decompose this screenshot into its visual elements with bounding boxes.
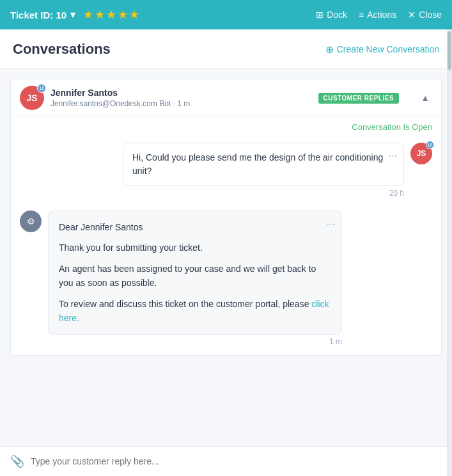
conversation-status: Conversation Is Open [352, 122, 432, 132]
attachment-icon[interactable]: 📎 [10, 454, 24, 468]
chevron-down-icon[interactable]: ▾ [70, 9, 75, 20]
thread-info: Jennifer Santos Jennifer.santos@Onedesk.… [51, 88, 312, 108]
close-icon: ✕ [408, 10, 416, 20]
bot-avatar: ⚙ [20, 210, 42, 232]
scrollbar[interactable] [447, 29, 452, 476]
customer-replies-badge: CUSTOMER REPLIES [318, 93, 400, 104]
star-3[interactable]: ★ [106, 8, 116, 22]
conversation-thread: JS U Jennifer Santos Jennifer.santos@One… [10, 79, 442, 356]
conversations-title: Conversations [13, 41, 111, 58]
create-new-label: Create New Conversation [337, 44, 439, 54]
close-button[interactable]: ✕ Close [408, 10, 442, 20]
reply-bar: 📎 [0, 446, 452, 476]
dock-icon: ⊞ [316, 10, 323, 20]
plus-icon: ⊕ [325, 44, 334, 56]
bot-message-wrapper: ⚙ ··· Dear Jennifer Santos Thank you for… [20, 210, 432, 346]
customer-message-text: Hi, Could you please send me the design … [132, 152, 383, 176]
user-badge: U [37, 84, 46, 93]
dock-label: Dock [327, 10, 347, 20]
main-panel: Conversations ⊕ Create New Conversation … [0, 29, 452, 476]
sender-email: Jennifer.santos@Onedesk.com Bot · 1 m [51, 99, 312, 108]
ticket-id-label: Ticket ID: 10 [10, 10, 66, 20]
bot-line3: To review and discuss this ticket on the… [59, 297, 331, 326]
avatar-initials: JS [26, 93, 37, 103]
create-new-conversation-button[interactable]: ⊕ Create New Conversation [325, 44, 439, 56]
dock-button[interactable]: ⊞ Dock [316, 10, 347, 20]
conversations-area: JS U Jennifer Santos Jennifer.santos@One… [0, 68, 452, 446]
ticket-id[interactable]: Ticket ID: 10 ▾ [10, 9, 75, 20]
bot-greeting: Dear Jennifer Santos [59, 220, 331, 234]
customer-message-bubble: ··· Hi, Could you please send me the des… [123, 143, 404, 186]
scrollbar-thumb[interactable] [448, 31, 451, 70]
customer-avatar-badge: U [426, 141, 434, 149]
menu-icon: ≡ [359, 10, 364, 20]
message-options-button[interactable]: ··· [389, 148, 397, 164]
star-rating[interactable]: ★ ★ ★ ★ ★ [83, 8, 139, 22]
star-2[interactable]: ★ [95, 8, 105, 22]
bot-line2: An agent has been assigned to your case … [59, 262, 331, 290]
thread-header: JS U Jennifer Santos Jennifer.santos@One… [11, 79, 441, 117]
header: Ticket ID: 10 ▾ ★ ★ ★ ★ ★ ⊞ Dock ≡ Actio… [0, 0, 452, 29]
header-actions: ⊞ Dock ≡ Actions ✕ Close [316, 10, 442, 20]
actions-button[interactable]: ≡ Actions [359, 10, 396, 20]
collapse-button[interactable]: ▲ [418, 90, 432, 106]
bot-line1: Thank you for submitting your ticket. [59, 241, 331, 255]
bot-icon: ⚙ [27, 216, 35, 226]
customer-avatar-initials: JS [417, 149, 426, 158]
bot-message-bubble: ··· Dear Jennifer Santos Thank you for s… [48, 210, 342, 335]
customer-message-time: 20 h [123, 189, 404, 198]
conversations-header: Conversations ⊕ Create New Conversation [0, 29, 452, 68]
bot-message-time: 1 m [48, 337, 342, 346]
reply-input[interactable] [31, 456, 442, 466]
customer-avatar: JS U [410, 143, 432, 164]
customer-message-wrapper: JS U ··· Hi, Could you please send me th… [20, 143, 432, 203]
star-1[interactable]: ★ [83, 8, 93, 22]
messages-area: JS U ··· Hi, Could you please send me th… [11, 134, 441, 355]
star-5[interactable]: ★ [129, 8, 139, 22]
bot-message-options-button[interactable]: ··· [327, 216, 335, 233]
close-label: Close [419, 10, 442, 20]
sender-name: Jennifer Santos [51, 88, 312, 98]
star-4[interactable]: ★ [118, 8, 128, 22]
avatar: JS U [20, 86, 44, 110]
actions-label: Actions [367, 10, 396, 20]
